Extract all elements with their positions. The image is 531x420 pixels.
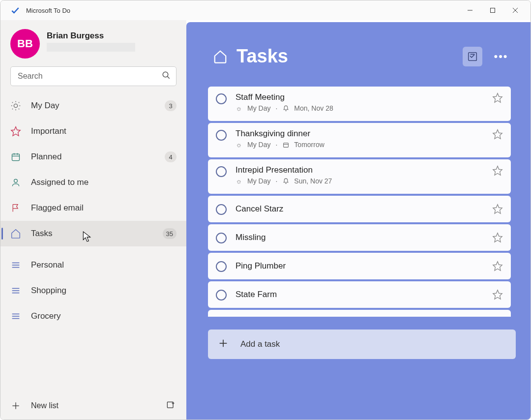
star-icon <box>10 126 21 137</box>
person-icon <box>10 177 21 188</box>
star-button[interactable] <box>492 129 503 140</box>
more-options-button[interactable]: ••• <box>491 47 511 66</box>
calendar-icon <box>282 141 289 148</box>
task-item[interactable]: Staff Meeting ☼ My Day · Mon, Nov 28 <box>208 87 511 121</box>
svg-point-20 <box>14 179 18 182</box>
task-due: Sun, Nov 27 <box>294 177 332 185</box>
ellipsis-icon: ••• <box>494 50 508 63</box>
nav-label: Flagged email <box>31 203 177 213</box>
nav-label: Grocery <box>31 311 177 321</box>
list-icon <box>10 285 21 296</box>
task-title: Cancel Starz <box>236 204 483 214</box>
sun-icon: ☼ <box>236 178 242 184</box>
app-title: Microsoft To Do <box>26 7 70 14</box>
plus-icon <box>10 400 21 411</box>
svg-rect-16 <box>12 154 20 160</box>
add-task-label: Add a task <box>240 339 280 349</box>
nav-important[interactable]: Important <box>0 119 186 144</box>
search-input[interactable] <box>10 66 177 86</box>
task-due: Tomorrow <box>294 141 324 149</box>
star-button[interactable] <box>492 165 503 176</box>
nav-my-day[interactable]: My Day 3 <box>0 93 186 119</box>
nav-label: Tasks <box>31 229 153 239</box>
complete-checkbox[interactable] <box>216 233 227 243</box>
svg-line-14 <box>12 109 13 109</box>
nav-tasks[interactable]: Tasks 35 <box>0 221 186 246</box>
task-item[interactable]: Thanksgiving dinner ☼ My Day · Tomorrow <box>208 123 511 157</box>
main-panel: Tasks ••• Staff Meeting <box>186 22 531 420</box>
svg-marker-15 <box>11 127 20 136</box>
nav-count: 3 <box>165 100 177 111</box>
task-title: State Farm <box>236 290 483 300</box>
task-title: Missling <box>236 233 483 242</box>
nav-count: 4 <box>165 151 177 162</box>
star-button[interactable] <box>492 232 503 243</box>
task-title: Thanksgiving dinner <box>236 129 483 139</box>
suggestions-button[interactable] <box>463 47 482 66</box>
close-button[interactable] <box>504 0 527 20</box>
profile-section[interactable]: BB Brian Burgess <box>0 20 186 62</box>
nav-count: 35 <box>163 228 177 239</box>
nav-assigned[interactable]: Assigned to me <box>0 170 186 195</box>
new-list-label: New list <box>31 401 59 410</box>
home-icon <box>213 49 228 64</box>
sun-icon <box>10 100 21 111</box>
task-item[interactable]: Missling <box>208 224 511 251</box>
plus-icon <box>218 338 229 351</box>
task-item[interactable]: Ping Plumber <box>208 253 511 279</box>
nav-label: Assigned to me <box>31 178 177 187</box>
flag-icon <box>10 203 21 213</box>
list-grocery[interactable]: Grocery <box>0 303 186 329</box>
svg-line-13 <box>19 102 19 103</box>
profile-name: Brian Burgess <box>47 31 135 41</box>
search-box[interactable] <box>10 66 177 86</box>
sun-icon: ☼ <box>236 105 242 112</box>
star-button[interactable] <box>492 204 503 214</box>
sidebar: BB Brian Burgess My Day 3 <box>0 20 186 420</box>
nav-planned[interactable]: Planned 4 <box>0 144 186 170</box>
profile-email-redacted <box>47 43 135 52</box>
task-item[interactable]: Cancel Starz <box>208 196 511 222</box>
bell-icon <box>282 105 289 112</box>
new-group-button[interactable] <box>166 400 177 411</box>
task-list: Staff Meeting ☼ My Day · Mon, Nov 28 <box>208 87 511 321</box>
complete-checkbox[interactable] <box>216 130 227 141</box>
nav-flagged[interactable]: Flagged email <box>0 195 186 221</box>
task-title: Staff Meeting <box>236 92 483 102</box>
svg-rect-32 <box>167 402 173 408</box>
add-task-button[interactable]: Add a task <box>208 330 516 359</box>
minimize-button[interactable] <box>459 0 481 20</box>
task-myday: My Day <box>247 141 270 149</box>
complete-checkbox[interactable] <box>216 93 227 104</box>
app-logo-icon <box>10 5 20 15</box>
maximize-button[interactable] <box>481 0 504 20</box>
complete-checkbox[interactable] <box>216 261 227 272</box>
list-personal[interactable]: Personal <box>0 252 186 278</box>
titlebar: Microsoft To Do <box>0 0 531 20</box>
search-icon <box>162 71 171 82</box>
star-button[interactable] <box>492 92 503 103</box>
complete-checkbox[interactable] <box>216 204 227 215</box>
new-list-button[interactable]: New list <box>10 400 156 411</box>
star-button[interactable] <box>492 261 503 271</box>
task-title: Ping Plumber <box>236 261 483 271</box>
svg-marker-39 <box>493 130 502 139</box>
task-due: Mon, Nov 28 <box>294 104 333 112</box>
svg-line-12 <box>19 109 19 109</box>
nav-label: Personal <box>31 260 177 270</box>
svg-line-11 <box>12 102 13 103</box>
bell-icon <box>282 178 289 184</box>
list-icon <box>10 311 21 322</box>
home-icon <box>10 228 21 239</box>
star-button[interactable] <box>492 289 503 300</box>
avatar: BB <box>10 29 40 59</box>
task-myday: My Day <box>247 104 270 112</box>
nav-list: My Day 3 Important Planned 4 Assigned to… <box>0 93 186 392</box>
complete-checkbox[interactable] <box>216 290 227 300</box>
task-item[interactable]: State Farm <box>208 281 511 308</box>
complete-checkbox[interactable] <box>216 166 227 177</box>
svg-marker-42 <box>493 233 502 242</box>
task-myday: My Day <box>247 177 270 185</box>
list-shopping[interactable]: Shopping <box>0 278 186 303</box>
task-item[interactable]: Intrepid Presentation ☼ My Day · Sun, No… <box>208 159 511 194</box>
